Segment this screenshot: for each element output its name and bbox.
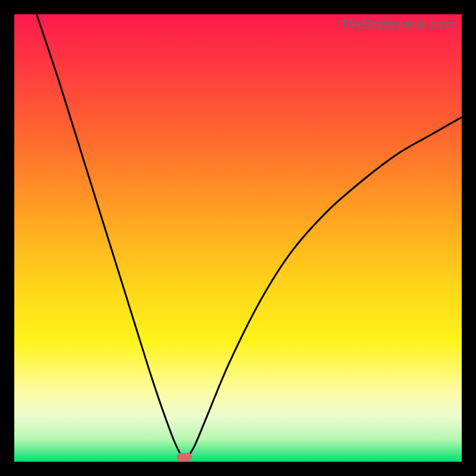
curve-path (37, 14, 462, 458)
chart-container: TheBottleneck.com (0, 0, 476, 476)
bottleneck-curve (14, 14, 462, 462)
optimal-marker (177, 453, 192, 461)
plot-area: TheBottleneck.com (14, 14, 462, 462)
